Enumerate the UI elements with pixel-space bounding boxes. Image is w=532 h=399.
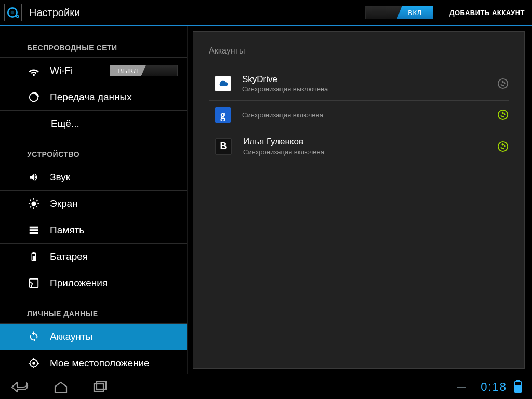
location-icon [27, 356, 41, 370]
account-row-vk[interactable]: B Илья Гуленков Синхронизация включена [209, 130, 509, 163]
sync-status-icon [497, 141, 509, 152]
section-wireless: БЕСПРОВОДНЫЕ СЕТИ [0, 26, 187, 57]
svg-rect-19 [30, 279, 38, 288]
account-text: Синхронизация включена [242, 111, 497, 119]
settings-app-icon[interactable] [4, 4, 22, 21]
sidebar-item-label: Передача данных [50, 91, 132, 103]
toggle-on-label [141, 65, 178, 76]
panel-title: Аккаунты [209, 32, 509, 68]
svg-rect-14 [30, 229, 38, 231]
sync-status-icon [497, 78, 509, 89]
sidebar-item-label: Звук [50, 171, 70, 183]
settings-sidebar[interactable]: БЕСПРОВОДНЫЕ СЕТИ Wi-Fi ВЫКЛ Передача да… [0, 26, 188, 374]
account-text: Илья Гуленков Синхронизация включена [243, 137, 497, 155]
sidebar-item-location[interactable]: Мое местоположение [0, 350, 187, 374]
global-sync-toggle[interactable]: ВКЛ [365, 6, 433, 19]
topbar: Настройки ВКЛ ДОБАВИТЬ АККАУНТ [0, 0, 532, 26]
toggle-off-label: ВЫКЛ [110, 65, 147, 76]
back-button[interactable] [10, 379, 32, 395]
content-area: БЕСПРОВОДНЫЕ СЕТИ Wi-Fi ВЫКЛ Передача да… [0, 26, 532, 374]
home-button[interactable] [50, 379, 72, 395]
system-navbar: 0:18 [0, 374, 532, 399]
recent-apps-button[interactable] [89, 379, 111, 395]
svg-rect-17 [33, 252, 35, 254]
toggle-on-label: ВКЛ [397, 6, 433, 19]
sidebar-item-label: Аккаунты [50, 331, 92, 342]
svg-rect-13 [30, 227, 38, 229]
svg-rect-15 [30, 232, 38, 234]
sync-status-icon [497, 109, 509, 121]
svg-line-10 [36, 206, 37, 207]
svg-point-28 [498, 110, 508, 119]
sidebar-item-label: Мое местоположение [50, 357, 150, 369]
sidebar-item-storage[interactable]: Память [0, 217, 187, 243]
section-personal: ЛИЧНЫЕ ДАННЫЕ [0, 296, 187, 323]
sidebar-item-label: Батарея [50, 251, 88, 262]
apps-icon [27, 276, 41, 290]
storage-icon [27, 223, 41, 237]
svg-rect-31 [97, 382, 106, 389]
wifi-icon [27, 64, 41, 77]
sidebar-item-label: Экран [50, 198, 78, 209]
sound-icon [27, 170, 41, 184]
sidebar-item-label: Память [50, 224, 84, 236]
sidebar-item-label: Ещё... [51, 118, 79, 129]
sync-icon [27, 330, 41, 343]
svg-line-12 [36, 200, 37, 201]
svg-line-11 [30, 206, 31, 207]
account-status: Синхронизация включена [243, 148, 497, 156]
page-title: Настройки [29, 7, 80, 19]
svg-point-4 [31, 201, 36, 206]
accounts-panel: Аккаунты SkyDrive Синхронизация выключен… [193, 31, 525, 369]
svg-rect-30 [94, 384, 103, 391]
battery-icon [27, 250, 41, 263]
add-account-button[interactable]: ДОБАВИТЬ АККАУНТ [446, 9, 528, 17]
account-status: Синхронизация включена [242, 111, 497, 119]
section-device: УСТРОЙСТВО [0, 137, 187, 164]
svg-point-2 [17, 15, 19, 17]
google-icon: g [215, 107, 231, 123]
toggle-off-label [365, 6, 402, 19]
vk-icon: B [215, 138, 232, 155]
display-icon [27, 197, 41, 210]
account-row-google[interactable]: g Синхронизация включена [209, 101, 509, 130]
account-row-skydrive[interactable]: SkyDrive Синхронизация выключена [209, 68, 509, 101]
sidebar-item-accounts[interactable]: Аккаунты [0, 323, 187, 350]
skydrive-icon [215, 76, 231, 91]
sidebar-item-battery[interactable]: Батарея [0, 243, 187, 270]
account-text: SkyDrive Синхронизация выключена [242, 74, 497, 93]
detail-area: Аккаунты SkyDrive Синхронизация выключен… [188, 26, 532, 374]
notification-dash[interactable] [457, 387, 466, 388]
sidebar-item-wifi[interactable]: Wi-Fi ВЫКЛ [0, 57, 187, 84]
sidebar-item-display[interactable]: Экран [0, 190, 187, 217]
svg-point-27 [498, 79, 508, 88]
account-name: Илья Гуленков [243, 137, 497, 147]
sidebar-item-label: Приложения [50, 277, 108, 289]
account-status: Синхронизация выключена [242, 85, 497, 93]
svg-point-1 [11, 11, 15, 15]
wifi-toggle[interactable]: ВЫКЛ [110, 65, 178, 76]
sidebar-item-data-usage[interactable]: Передача данных [0, 84, 187, 110]
sidebar-item-apps[interactable]: Приложения [0, 270, 187, 296]
data-usage-icon [27, 90, 41, 104]
svg-line-9 [30, 200, 31, 201]
account-name: SkyDrive [242, 74, 497, 85]
status-clock[interactable]: 0:18 [481, 380, 507, 394]
sidebar-item-more[interactable]: Ещё... [0, 110, 187, 137]
sidebar-item-sound[interactable]: Звук [0, 164, 187, 190]
sidebar-item-label: Wi-Fi [50, 65, 73, 76]
svg-rect-18 [33, 256, 35, 260]
status-battery-icon[interactable] [514, 381, 522, 393]
svg-point-20 [32, 362, 35, 365]
